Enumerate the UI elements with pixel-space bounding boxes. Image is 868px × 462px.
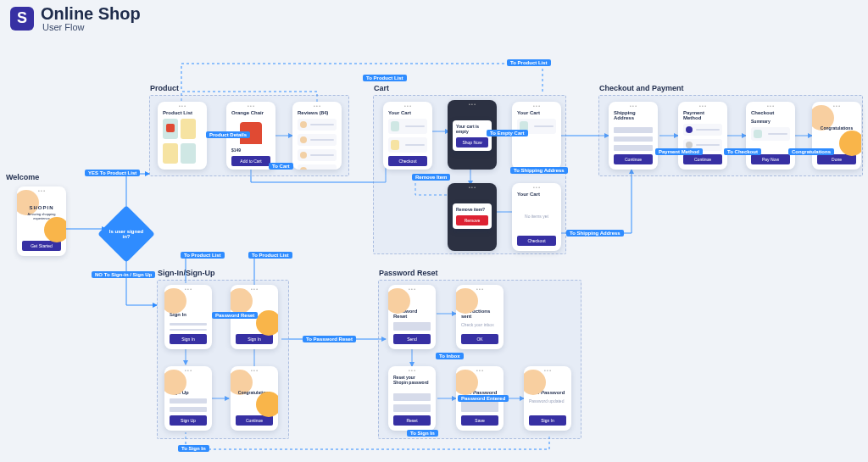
app-logo-icon: S	[10, 7, 34, 31]
modal-title: Your cart is empty	[456, 124, 488, 134]
zone-product-label: Product	[150, 84, 179, 92]
edge-to-signin2: To Sign In	[178, 445, 209, 452]
continue-button[interactable]: Continue	[614, 154, 653, 164]
decor-blob	[839, 131, 861, 156]
screen-instructions[interactable]: • • • Instructions sent Check your inbox…	[456, 285, 504, 349]
edge-to-password-reset: To Password Reset	[303, 336, 356, 342]
decor-blob	[256, 310, 278, 336]
screen-shipping[interactable]: • • • Shipping Address Continue	[609, 102, 658, 170]
zone-password-label: Password Reset	[379, 269, 438, 277]
edge-to-checkout: To Checkout	[724, 148, 761, 155]
add-to-cart-button[interactable]: Add to Cart	[231, 156, 270, 166]
screen-remove-modal[interactable]: • • • Remove item? Remove	[448, 183, 497, 251]
decision-diamond[interactable]: Is user signed in?	[106, 214, 147, 254]
msg: Check your inbox	[461, 322, 498, 327]
phone-notch-icon: • • •	[179, 103, 186, 109]
screen-congrats[interactable]: • • • Congratulations Done	[812, 102, 861, 170]
empty-modal-card: Your cart is empty Shop Now	[453, 120, 492, 151]
title: Payment Method	[683, 110, 722, 120]
item-thumb-icon	[391, 121, 399, 131]
remove-modal-card: Remove item? Remove	[453, 203, 492, 229]
price: $149	[231, 148, 270, 153]
screen-inbox[interactable]: • • • Reset your Shopin password Reset	[388, 366, 436, 431]
avatar-icon	[300, 167, 307, 170]
zone-cart-label: Cart	[374, 84, 389, 92]
product-thumb-icon	[163, 143, 178, 164]
edge-remove-item: Remove Item	[412, 174, 450, 181]
screen-signup[interactable]: • • • Sign Up Sign Up	[164, 366, 212, 431]
phone-notch-icon: • • •	[833, 103, 840, 109]
save-button[interactable]: Save	[461, 415, 498, 426]
title: Shipping Address	[614, 110, 653, 120]
item-thumb-icon	[391, 140, 399, 150]
pay-button[interactable]: Pay Now	[751, 154, 790, 164]
phone-notch-icon: • • •	[185, 287, 192, 292]
screen-welcome[interactable]: • • • SHOPIN Amazing shopping experience…	[17, 186, 66, 256]
edge-to-inbox: To Inbox	[436, 353, 464, 359]
shop-now-button[interactable]: Shop Now	[456, 137, 488, 148]
payment-row[interactable]	[683, 124, 722, 136]
remove-button[interactable]: Remove	[456, 215, 488, 225]
screen-congrats-account[interactable]: • • • Congratulations Continue	[231, 366, 278, 431]
signin-button[interactable]: Sign In	[170, 334, 207, 344]
reset-button[interactable]: Reset	[393, 415, 431, 426]
decision-text: Is user signed in?	[106, 229, 147, 239]
screen-checkout[interactable]: • • • Checkout Summary Pay Now	[746, 102, 795, 170]
summary-label: Summary	[751, 119, 790, 124]
avatar-icon	[300, 121, 307, 128]
product-thumb-icon	[163, 119, 178, 139]
screen-pwd-done[interactable]: • • • New Password Password updated Sign…	[524, 366, 571, 431]
edge-to-signin: To Sign In	[407, 430, 438, 437]
modal-title: Remove item?	[456, 207, 488, 212]
phone-notch-icon: • • •	[469, 185, 476, 190]
radio-icon	[686, 142, 693, 148]
phone-notch-icon: • • •	[409, 368, 415, 373]
summary-row	[751, 127, 790, 141]
signup-button[interactable]: Sign Up	[170, 415, 207, 426]
avatar-icon	[300, 136, 307, 143]
screen-product-list[interactable]: • • • Product List	[158, 102, 207, 170]
screen-payment[interactable]: • • • Payment Method Continue	[678, 102, 727, 170]
ok-button[interactable]: OK	[461, 334, 498, 344]
screen-signin[interactable]: • • • Sign In Sign In	[164, 285, 212, 349]
app-title: Online Shop	[41, 4, 141, 24]
phone-notch-icon: • • •	[476, 368, 483, 373]
phone-notch-icon: • • •	[251, 368, 258, 373]
app-subtitle: User Flow	[42, 22, 141, 32]
phone-notch-icon: • • •	[469, 102, 476, 107]
continue-button[interactable]: Continue	[683, 154, 722, 164]
phone-notch-icon: • • •	[185, 368, 192, 373]
checkout-button[interactable]: Checkout	[517, 236, 556, 246]
phone-notch-icon: • • •	[533, 185, 540, 190]
review-row	[298, 164, 337, 170]
screen-cart[interactable]: • • • Your Cart Checkout	[383, 102, 432, 170]
product-thumb-icon	[181, 143, 196, 164]
product-thumb-icon	[181, 119, 196, 139]
screen-pwd-reset[interactable]: • • • Password Reset Send	[388, 285, 436, 349]
screen-empty-cart[interactable]: • • • Your Cart No items yet Checkout	[512, 183, 561, 251]
phone-notch-icon: • • •	[248, 103, 254, 109]
send-button[interactable]: Send	[393, 334, 431, 344]
header: S Online Shop User Flow	[10, 4, 141, 32]
edge-yes-product: YES To Product List	[85, 170, 140, 176]
edge-to-product-list-top: To Product List	[363, 75, 407, 81]
edge-password-reset: Password Reset	[212, 312, 258, 319]
title: Your Cart	[388, 110, 427, 115]
screen-reviews[interactable]: • • • Reviews (84)	[292, 102, 342, 170]
edge-to-shipping: To Shipping Address	[510, 167, 568, 174]
edge-congrats: Congratulations	[788, 148, 834, 155]
review-row	[298, 134, 337, 146]
phone-notch-icon: • • •	[38, 188, 45, 193]
checkout-button[interactable]: Checkout	[388, 156, 427, 166]
edge-password-entered: Password Entered	[458, 395, 509, 402]
msg: Password updated	[529, 398, 566, 404]
item-thumb-icon	[754, 130, 762, 138]
empty-message: No items yet	[517, 214, 556, 219]
phone-notch-icon: • • •	[251, 287, 258, 292]
edge-payment-method: Payment Method	[655, 148, 703, 155]
decor-blob	[44, 217, 66, 242]
signin-button[interactable]: Sign In	[529, 415, 566, 426]
edge-no-signin: NO To Sign-in / Sign Up	[92, 271, 155, 278]
phone-notch-icon: • • •	[630, 103, 637, 109]
title: Checkout	[751, 110, 790, 115]
